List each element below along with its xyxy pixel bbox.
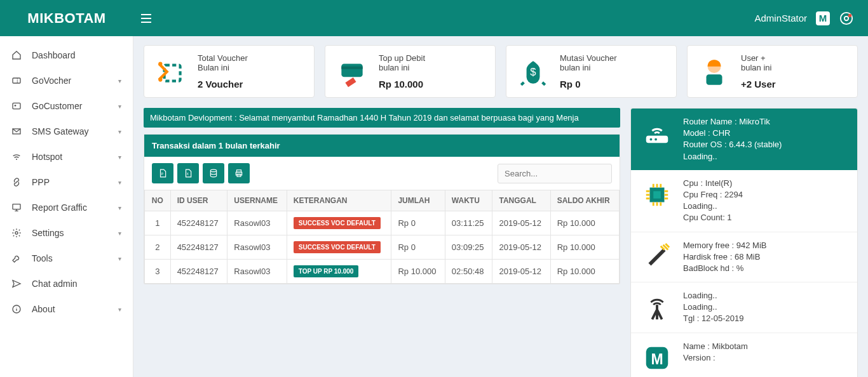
cell-tgl: 2019-05-12 — [492, 260, 550, 284]
stat-title: User +bulan ini — [741, 53, 776, 72]
column-header[interactable]: ID USER — [170, 190, 227, 211]
stat-card-2[interactable]: $ Mutasi Voucherbulan ini Rp 0 — [506, 45, 677, 98]
column-header[interactable]: NO — [145, 190, 171, 211]
info-text: Loading..Loading..Tgl : 12-05-2019 — [683, 290, 743, 325]
link-icon — [11, 177, 23, 187]
column-header[interactable]: TANGGAL — [492, 190, 550, 211]
topbar-right: AdminStator M — [754, 11, 868, 26]
info-row-cpu: Cpu : Intel(R)Cpu Freq : 2294Loading..Cp… — [631, 170, 857, 232]
svg-rect-0 — [141, 14, 151, 15]
main-content: Total VoucherBulan ini 2 Voucher Top up … — [133, 36, 868, 377]
cell-tgl: 2019-05-12 — [492, 211, 550, 235]
stat-title: Total VoucherBulan ini — [198, 53, 248, 72]
sidebar-item-settings[interactable]: Settings ▾ — [0, 220, 133, 246]
gear-icon — [11, 228, 23, 238]
brand-logo[interactable]: MIKBOTAM — [0, 0, 133, 36]
menu-toggle-button[interactable] — [133, 0, 159, 36]
column-header[interactable]: JUMLAH — [391, 190, 445, 211]
announcement-marquee: Mikbotam Devlopment : Selamat menyambut … — [144, 108, 620, 128]
svg-text:M: M — [651, 350, 663, 367]
cell-waktu: 02:50:48 — [445, 260, 492, 284]
print-button[interactable] — [228, 163, 250, 183]
sidebar-item-hotspot[interactable]: Hotspot ▾ — [0, 144, 133, 169]
sidebar-item-dashboard[interactable]: Dashboard — [0, 43, 133, 68]
stat-icon: $ — [515, 54, 551, 89]
cell-id: 452248127 — [170, 235, 227, 260]
stat-title: Mutasi Voucherbulan ini — [560, 53, 617, 72]
sidebar-item-tools[interactable]: Tools ▾ — [0, 246, 133, 271]
export-pdf-button[interactable]: P — [152, 163, 173, 183]
cell-waktu: 03:11:25 — [445, 211, 492, 235]
svg-rect-17 — [341, 63, 362, 77]
stat-card-3[interactable]: User +bulan ini +2 User — [687, 45, 858, 98]
user-name-label[interactable]: AdminStator — [754, 13, 807, 23]
database-button[interactable] — [203, 163, 224, 183]
topbar: MIKBOTAM AdminStator M — [0, 0, 868, 36]
status-badge: SUCCESS VOC DEFAULT — [294, 241, 381, 253]
svg-text:$: $ — [530, 66, 536, 78]
cell-jml: Rp 10.000 — [391, 260, 445, 284]
stat-icon — [153, 54, 189, 89]
column-header[interactable]: KETERANGAN — [287, 190, 391, 211]
table-row: 2 452248127 Rasowl03 SUCCESS VOC DEFAULT… — [145, 235, 620, 260]
settings-button[interactable] — [839, 11, 854, 26]
svg-rect-18 — [341, 66, 362, 69]
chevron-down-icon: ▾ — [118, 306, 121, 313]
sig-icon — [640, 290, 674, 324]
column-header[interactable]: WAKTU — [445, 190, 492, 211]
wrench-icon — [11, 253, 23, 263]
sidebar-item-report-graffic[interactable]: Report Graffic ▾ — [0, 195, 133, 220]
sidebar-item-about[interactable]: About ▾ — [0, 296, 133, 322]
cell-user: Rasowl03 — [227, 235, 287, 260]
svg-rect-11 — [13, 204, 20, 209]
svg-rect-1 — [141, 18, 151, 19]
chevron-down-icon: ▾ — [118, 255, 121, 262]
info-row-sig: Loading..Loading..Tgl : 12-05-2019 — [631, 282, 857, 333]
sidebar-item-chat-admin[interactable]: Chat admin — [0, 271, 133, 296]
svg-point-12 — [15, 232, 18, 234]
svg-text:P: P — [161, 173, 163, 176]
info-row-mem: Memory free : 942 MiBHardisk free : 68 M… — [631, 232, 857, 283]
svg-point-30 — [654, 138, 657, 141]
sidebar-item-sms-gateway[interactable]: SMS Gateway ▾ — [0, 119, 133, 144]
transactions-panel: Transaksi dalam 1 bulan terkahir P X NOI… — [144, 134, 620, 284]
avatar[interactable]: M — [816, 11, 830, 25]
sidebar-item-govocher[interactable]: GoVocher ▾ — [0, 68, 133, 93]
user-card-icon — [11, 101, 23, 111]
column-header[interactable]: SALDO AKHIR — [550, 190, 619, 211]
table-row: 3 452248127 Rasowl03 TOP UP RP 10.000 Rp… — [145, 260, 620, 284]
info-row-router: Router Name : MikroTikModel : CHRRouter … — [631, 109, 857, 170]
cell-jml: Rp 0 — [391, 235, 445, 260]
sidebar-item-ppp[interactable]: PPP ▾ — [0, 169, 133, 195]
cell-no: 3 — [145, 260, 171, 284]
column-header[interactable]: USERNAME — [227, 190, 287, 211]
search-input[interactable] — [498, 164, 612, 183]
monitor-icon — [11, 202, 23, 213]
stat-value: +2 User — [741, 79, 776, 89]
sidebar-item-label: Report Graffic — [32, 202, 87, 213]
table-row: 1 452248127 Rasowl03 SUCCESS VOC DEFAULT… — [145, 211, 620, 235]
home-icon — [11, 50, 23, 60]
stats-row: Total VoucherBulan ini 2 Voucher Top up … — [144, 45, 858, 98]
sidebar-item-label: GoVocher — [32, 76, 71, 86]
cell-ket: SUCCESS VOC DEFAULT — [287, 235, 391, 260]
wifi-icon — [11, 152, 23, 162]
status-badge: SUCCESS VOC DEFAULT — [294, 217, 381, 229]
stat-card-1[interactable]: Top up Debitbulan ini Rp 10.000 — [325, 45, 496, 98]
sidebar-item-label: About — [32, 304, 55, 314]
send-icon — [11, 279, 23, 289]
chevron-down-icon: ▾ — [118, 154, 121, 161]
export-excel-button[interactable]: X — [177, 163, 199, 183]
stat-icon — [696, 54, 732, 89]
panel-title: Transaksi dalam 1 bulan terkahir — [144, 135, 620, 157]
sidebar-item-gocustomer[interactable]: GoCustomer ▾ — [0, 93, 133, 119]
ticket-icon — [11, 76, 23, 86]
mail-icon — [11, 126, 23, 136]
stat-card-0[interactable]: Total VoucherBulan ini 2 Voucher — [144, 45, 315, 98]
app-icon: M — [640, 341, 674, 375]
chevron-down-icon: ▾ — [118, 179, 121, 186]
info-row-app: M Name : MikbotamVersion : — [631, 333, 857, 377]
cell-no: 1 — [145, 211, 171, 235]
svg-rect-6 — [13, 78, 20, 83]
print-icon — [234, 169, 243, 178]
